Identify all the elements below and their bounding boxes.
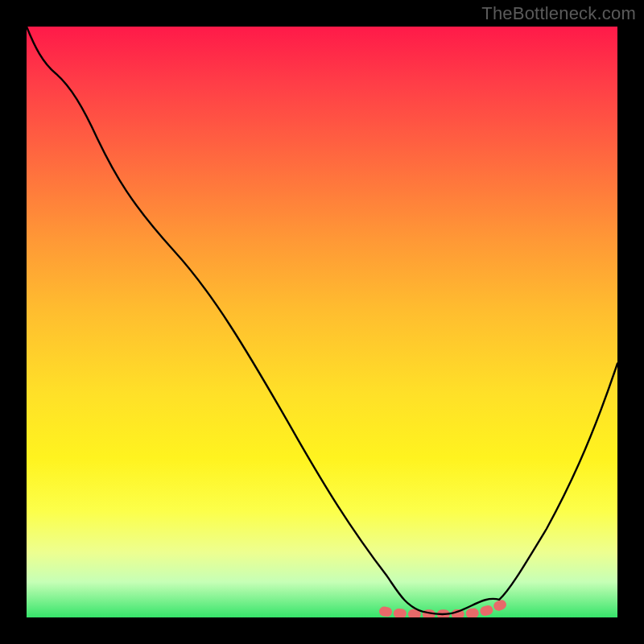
chart-frame: TheBottleneck.com (0, 0, 644, 644)
chart-svg (27, 27, 617, 617)
watermark-text: TheBottleneck.com (481, 3, 636, 24)
bottleneck-curve (27, 27, 617, 614)
optimal-range-markers (384, 605, 502, 615)
plot-area (27, 27, 617, 617)
